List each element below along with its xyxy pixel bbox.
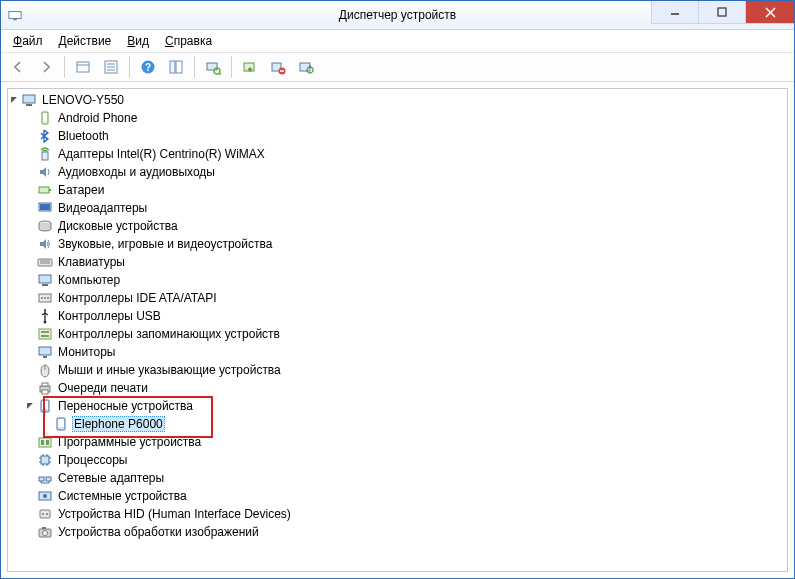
tree-node[interactable]: Мыши и иные указывающие устройства — [8, 361, 787, 379]
svg-rect-25 — [23, 95, 35, 103]
tree-spacer — [24, 235, 36, 253]
storage-controller-icon — [37, 326, 53, 342]
tree-node[interactable]: Android Phone — [8, 109, 787, 127]
tree-spacer — [24, 217, 36, 235]
tree-node[interactable]: Программные устройства — [8, 433, 787, 451]
tree-node-label: LENOVO-Y550 — [40, 93, 126, 107]
imaging-icon — [37, 524, 53, 540]
tree-node-label: Bluetooth — [56, 129, 111, 143]
tree-node-label: Очереди печати — [56, 381, 150, 395]
tree-node[interactable]: Аудиовходы и аудиовыходы — [8, 163, 787, 181]
svg-point-81 — [42, 513, 44, 515]
forward-button[interactable] — [33, 54, 59, 80]
tree-node[interactable]: Процессоры — [8, 451, 787, 469]
tree-node[interactable]: Устройства HID (Human Interface Devices) — [8, 505, 787, 523]
svg-rect-80 — [40, 510, 50, 518]
console-tree-button[interactable] — [163, 54, 189, 80]
tree-node[interactable]: Контроллеры USB — [8, 307, 787, 325]
tree-node-label: Процессоры — [56, 453, 130, 467]
tree-node-label: Контроллеры запоминающих устройств — [56, 327, 282, 341]
svg-rect-26 — [26, 104, 32, 106]
tree-node[interactable]: Очереди печати — [8, 379, 787, 397]
help-button[interactable]: ? — [135, 54, 161, 80]
tree-node[interactable]: Переносные устройства — [8, 397, 787, 415]
svg-rect-57 — [42, 401, 48, 409]
ide-icon — [37, 290, 53, 306]
svg-point-43 — [47, 297, 49, 299]
show-hidden-button[interactable] — [70, 54, 96, 80]
tree-node[interactable]: Дисковые устройства — [8, 217, 787, 235]
svg-rect-38 — [39, 275, 51, 283]
tree-node[interactable]: Сетевые адаптеры — [8, 469, 787, 487]
titlebar[interactable]: Диспетчер устройств — [1, 1, 794, 30]
tree-node[interactable]: Мониторы — [8, 343, 787, 361]
maximize-button[interactable] — [698, 1, 745, 24]
svg-point-82 — [46, 513, 48, 515]
wimax-icon — [37, 146, 53, 162]
tree-node-label: Устройства обработки изображений — [56, 525, 261, 539]
tree-spacer — [24, 109, 36, 127]
tree-node[interactable]: Компьютер — [8, 271, 787, 289]
disable-button[interactable] — [293, 54, 319, 80]
tree-node-label: Компьютер — [56, 273, 122, 287]
tree-node[interactable]: Контроллеры IDE ATA/ATAPI — [8, 289, 787, 307]
svg-rect-50 — [43, 356, 47, 358]
svg-rect-60 — [58, 419, 64, 427]
tree-node[interactable]: Клавиатуры — [8, 253, 787, 271]
menu-action[interactable]: Действие — [51, 32, 120, 50]
software-device-icon — [37, 434, 53, 450]
svg-rect-29 — [42, 152, 48, 160]
menu-view[interactable]: Вид — [119, 32, 157, 50]
back-button[interactable] — [5, 54, 31, 80]
tree-node[interactable]: Elephone P6000 — [8, 415, 787, 433]
tree-spacer — [24, 199, 36, 217]
scan-hardware-button[interactable] — [200, 54, 226, 80]
uninstall-button[interactable] — [265, 54, 291, 80]
bluetooth-icon — [37, 128, 53, 144]
tree-spacer — [24, 325, 36, 343]
tree-node[interactable]: Системные устройства — [8, 487, 787, 505]
collapse-toggle[interactable] — [8, 91, 20, 109]
monitor-icon — [37, 344, 53, 360]
pc-icon — [37, 272, 53, 288]
tree-spacer — [24, 433, 36, 451]
svg-rect-16 — [176, 61, 182, 73]
tree-node[interactable]: Адаптеры Intel(R) Centrino(R) WiMAX — [8, 145, 787, 163]
minimize-button[interactable] — [651, 1, 698, 24]
mouse-icon — [37, 362, 53, 378]
content-area: LENOVO-Y550Android PhoneBluetoothАдаптер… — [1, 82, 794, 578]
tree-node-label: Мониторы — [56, 345, 117, 359]
close-button[interactable] — [745, 1, 794, 24]
tree-node-label: Мыши и иные указывающие устройства — [56, 363, 283, 377]
svg-rect-7 — [77, 62, 89, 72]
tree-spacer — [24, 469, 36, 487]
svg-rect-4 — [718, 8, 726, 16]
update-driver-button[interactable] — [237, 54, 263, 80]
tree-node[interactable]: Звуковые, игровые и видеоустройства — [8, 235, 787, 253]
svg-rect-1 — [10, 12, 21, 17]
svg-rect-15 — [170, 61, 175, 73]
tree-node[interactable]: Bluetooth — [8, 127, 787, 145]
menu-help[interactable]: Справка — [157, 32, 220, 50]
tree-node[interactable]: Батареи — [8, 181, 787, 199]
tree-node[interactable]: Видеоадаптеры — [8, 199, 787, 217]
menu-file[interactable]: Файл — [5, 32, 51, 50]
properties-button[interactable] — [98, 54, 124, 80]
tree-node-label: Клавиатуры — [56, 255, 127, 269]
svg-point-58 — [44, 410, 46, 412]
tree-node[interactable]: Устройства обработки изображений — [8, 523, 787, 541]
device-tree[interactable]: LENOVO-Y550Android PhoneBluetoothАдаптер… — [7, 88, 788, 572]
device-icon — [53, 416, 69, 432]
svg-point-84 — [43, 531, 48, 536]
tree-node-label: Elephone P6000 — [72, 416, 165, 432]
svg-rect-39 — [42, 284, 48, 286]
keyboard-icon — [37, 254, 53, 270]
tree-node-label: Переносные устройства — [56, 399, 195, 413]
tree-node-label: Android Phone — [56, 111, 139, 125]
collapse-toggle[interactable] — [24, 397, 36, 415]
system-icon — [37, 488, 53, 504]
tree-node[interactable]: LENOVO-Y550 — [8, 91, 787, 109]
tree-node[interactable]: Контроллеры запоминающих устройств — [8, 325, 787, 343]
tree-node-label: Видеоадаптеры — [56, 201, 149, 215]
toolbar-separator — [194, 56, 195, 78]
